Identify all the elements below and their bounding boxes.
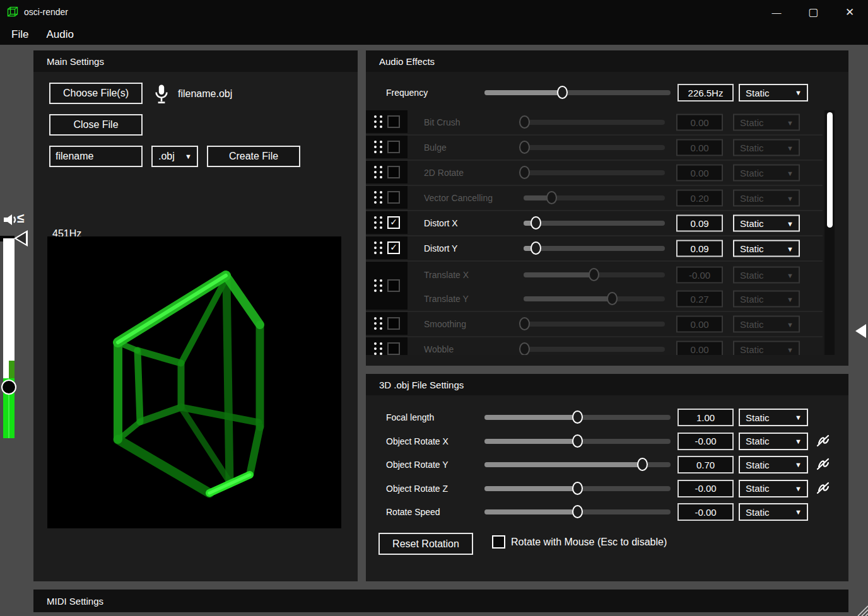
- slider-track[interactable]: [524, 246, 665, 251]
- slider-thumb[interactable]: [531, 216, 541, 230]
- mode-dropdown[interactable]: Static▼: [733, 139, 800, 156]
- animate-value-icon[interactable]: [816, 434, 831, 449]
- filename-input[interactable]: filename: [49, 146, 143, 167]
- mode-dropdown[interactable]: Static▼: [733, 114, 800, 131]
- value-box[interactable]: 0.09: [676, 215, 723, 232]
- effect-checkbox[interactable]: [387, 317, 400, 330]
- slider-thumb[interactable]: [572, 505, 583, 518]
- menu-audio[interactable]: Audio: [40, 28, 79, 41]
- slider-track[interactable]: [524, 145, 665, 150]
- slider-thumb[interactable]: [519, 115, 530, 129]
- mode-dropdown[interactable]: Static▼: [733, 291, 800, 308]
- slider-thumb[interactable]: [531, 241, 541, 255]
- mode-dropdown[interactable]: Static▼: [733, 190, 800, 207]
- slider[interactable]: [524, 165, 665, 181]
- resize-grip-icon[interactable]: [852, 600, 868, 616]
- effect-checkbox[interactable]: [387, 141, 400, 153]
- close-file-button[interactable]: Close File: [49, 114, 143, 136]
- drag-handle-icon[interactable]: [374, 191, 382, 204]
- slider-thumb[interactable]: [589, 268, 599, 281]
- mode-dropdown[interactable]: Static▼: [733, 240, 800, 257]
- mode-dropdown[interactable]: Static▼: [733, 316, 800, 333]
- microphone-icon[interactable]: [152, 83, 171, 106]
- close-button[interactable]: ✕: [831, 0, 868, 24]
- mode-dropdown[interactable]: Static▼: [733, 341, 800, 356]
- mode-dropdown[interactable]: Static▼: [733, 267, 800, 284]
- file-extension-dropdown[interactable]: .obj▼: [151, 146, 198, 167]
- value-box[interactable]: 0.27: [676, 291, 723, 308]
- slider-thumb[interactable]: [572, 434, 583, 448]
- effect-checkbox[interactable]: [387, 342, 400, 355]
- value-box[interactable]: 0.70: [677, 456, 734, 474]
- slider-thumb[interactable]: [546, 191, 557, 204]
- slider[interactable]: [484, 456, 671, 473]
- volume-thumb[interactable]: [1, 380, 16, 395]
- value-box[interactable]: 0.00: [676, 316, 723, 333]
- slider-thumb[interactable]: [572, 410, 583, 424]
- slider-thumb[interactable]: [519, 342, 530, 355]
- slider-track[interactable]: [524, 170, 665, 175]
- value-box[interactable]: 1.00: [677, 409, 734, 426]
- drag-handle-icon[interactable]: [374, 216, 382, 229]
- animate-value-icon[interactable]: [816, 457, 831, 472]
- drag-handle-icon[interactable]: [374, 342, 382, 355]
- mode-dropdown[interactable]: Static▼: [739, 84, 808, 102]
- slider-track[interactable]: [524, 347, 665, 352]
- value-box[interactable]: -0.00: [677, 433, 734, 450]
- slider[interactable]: [524, 316, 665, 332]
- volume-top-marker[interactable]: [14, 230, 28, 247]
- reset-rotation-button[interactable]: Reset Rotation: [378, 533, 473, 555]
- slider[interactable]: [484, 433, 671, 450]
- mode-dropdown[interactable]: Static▼: [739, 503, 808, 521]
- choose-files-button[interactable]: Choose File(s): [49, 83, 143, 104]
- drag-handle-icon[interactable]: [374, 115, 382, 128]
- slider[interactable]: [524, 240, 665, 257]
- collapse-panel-arrow-icon[interactable]: [855, 324, 866, 338]
- effect-checkbox[interactable]: ✓: [387, 216, 400, 229]
- effect-checkbox[interactable]: ✓: [387, 241, 400, 254]
- create-file-button[interactable]: Create File: [207, 146, 300, 167]
- slider[interactable]: [524, 190, 665, 206]
- slider-thumb[interactable]: [519, 141, 530, 154]
- effect-checkbox[interactable]: [387, 115, 400, 128]
- value-box[interactable]: -0.00: [677, 480, 734, 497]
- slider[interactable]: [524, 215, 665, 231]
- drag-handle-icon[interactable]: [374, 317, 382, 330]
- slider[interactable]: [484, 480, 671, 497]
- animate-value-icon[interactable]: [816, 481, 831, 496]
- slider-track[interactable]: [524, 120, 665, 125]
- slider[interactable]: [484, 84, 671, 101]
- mode-dropdown[interactable]: Static▼: [733, 165, 800, 182]
- slider-track[interactable]: [524, 322, 665, 327]
- maximize-button[interactable]: ▢: [795, 0, 831, 24]
- value-box[interactable]: 0.00: [676, 139, 723, 156]
- slider[interactable]: [524, 341, 665, 355]
- slider-thumb[interactable]: [557, 86, 568, 99]
- slider-track[interactable]: [524, 221, 665, 226]
- mode-dropdown[interactable]: Static▼: [739, 480, 808, 497]
- slider-thumb[interactable]: [572, 482, 583, 495]
- mode-dropdown[interactable]: Static▼: [739, 409, 808, 426]
- effect-checkbox[interactable]: [387, 191, 400, 204]
- value-box[interactable]: 0.00: [676, 165, 723, 182]
- slider[interactable]: [524, 267, 665, 283]
- effect-checkbox[interactable]: [387, 166, 400, 178]
- value-box[interactable]: 0.09: [676, 240, 723, 257]
- slider-thumb[interactable]: [519, 166, 530, 179]
- mode-dropdown[interactable]: Static▼: [733, 215, 800, 232]
- value-box[interactable]: -0.00: [676, 267, 723, 284]
- slider[interactable]: [524, 139, 665, 156]
- slider-thumb[interactable]: [519, 317, 530, 330]
- effects-scrollbar-thumb[interactable]: [827, 112, 833, 228]
- effects-scrollbar-track[interactable]: [824, 110, 835, 355]
- midi-settings-panel[interactable]: MIDI Settings: [33, 590, 848, 612]
- value-box[interactable]: -0.00: [677, 503, 734, 521]
- slider-thumb[interactable]: [637, 458, 648, 471]
- mode-dropdown[interactable]: Static▼: [739, 456, 808, 474]
- drag-handle-icon[interactable]: [374, 241, 382, 254]
- mode-dropdown[interactable]: Static▼: [739, 433, 808, 450]
- drag-handle-icon[interactable]: [374, 166, 382, 178]
- drag-handle-icon[interactable]: [374, 141, 382, 153]
- menu-file[interactable]: File: [5, 28, 35, 41]
- value-box[interactable]: 0.00: [676, 341, 723, 356]
